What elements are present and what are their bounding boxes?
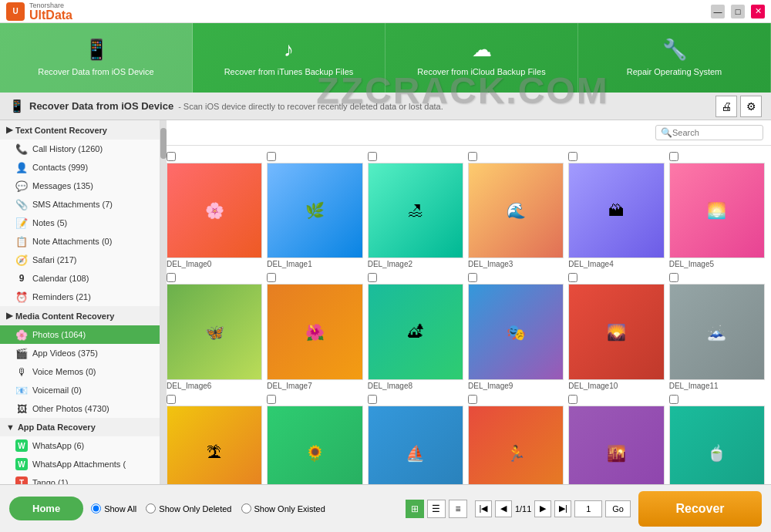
grid-view-button[interactable]: ⊞ bbox=[406, 500, 424, 518]
photo-checkbox-15[interactable] bbox=[468, 395, 477, 404]
photo-item-12[interactable]: 🏝 DEL_Image12 bbox=[167, 395, 262, 484]
close-button[interactable]: ✕ bbox=[751, 5, 765, 19]
photo-item-0[interactable]: 🌸 DEL_Image0 bbox=[167, 152, 262, 268]
sidebar-item-reminders[interactable]: ⏰ Reminders (21) bbox=[0, 288, 160, 306]
prev-page-button[interactable]: ◀ bbox=[495, 500, 512, 517]
search-input[interactable] bbox=[672, 128, 758, 137]
filter-show-deleted-label: Show Only Deleted bbox=[159, 504, 231, 513]
nav-icloud[interactable]: ☁ Recover from iCloud Backup Files bbox=[386, 23, 578, 93]
photo-thumb-12: 🏝 bbox=[167, 406, 262, 484]
nav-itunes[interactable]: ♪ Recover from iTunes Backup Files bbox=[193, 23, 386, 93]
print-button[interactable]: 🖨 bbox=[715, 96, 737, 117]
go-page-button[interactable]: Go bbox=[605, 500, 631, 517]
sidebar-scrollbar-thumb[interactable] bbox=[160, 128, 167, 159]
photo-checkbox-16[interactable] bbox=[568, 395, 577, 404]
recover-button[interactable]: Recover bbox=[638, 491, 762, 527]
sidebar-item-voice-memos[interactable]: 🎙 Voice Memos (0) bbox=[0, 362, 160, 381]
sidebar-item-photos[interactable]: 🌸 Photos (1064) bbox=[0, 325, 160, 344]
next-page-button[interactable]: ▶ bbox=[534, 500, 551, 517]
photo-checkbox-14[interactable] bbox=[368, 395, 377, 404]
footer-area: Home Show All Show Only Deleted Show Onl… bbox=[0, 484, 771, 532]
sidebar-item-notes[interactable]: 📝 Notes (5) bbox=[0, 214, 160, 232]
nav-itunes-label: Recover from iTunes Backup Files bbox=[224, 66, 354, 77]
photo-checkbox-6[interactable] bbox=[167, 273, 176, 282]
photo-check-1 bbox=[267, 152, 276, 161]
home-button[interactable]: Home bbox=[9, 497, 83, 520]
sidebar-item-sms-attachments[interactable]: 📎 SMS Attachments (7) bbox=[0, 195, 160, 214]
sidebar-item-call-history[interactable]: 📞 Call History (1260) bbox=[0, 140, 160, 158]
photo-checkbox-10[interactable] bbox=[568, 273, 577, 282]
photo-label-5: DEL_Image5 bbox=[669, 260, 765, 268]
photo-thumb-1: 🌿 bbox=[267, 163, 362, 258]
photo-item-9[interactable]: 🎭 DEL_Image9 bbox=[468, 273, 564, 389]
photo-checkbox-1[interactable] bbox=[267, 152, 276, 161]
photo-check-13 bbox=[267, 395, 276, 404]
sidebar-item-calendar[interactable]: 9 Calendar (108) bbox=[0, 269, 160, 288]
section-media-content[interactable]: ▶ Media Content Recovery bbox=[0, 306, 160, 325]
photo-item-5[interactable]: 🌅 DEL_Image5 bbox=[669, 152, 765, 268]
photo-checkbox-7[interactable] bbox=[267, 273, 276, 282]
filter-show-existed[interactable]: Show Only Existed bbox=[241, 503, 325, 513]
photo-item-14[interactable]: ⛵ DEL_Image14 bbox=[368, 395, 463, 484]
section-text-content[interactable]: ▶ Text Content Recovery bbox=[0, 120, 160, 140]
settings-button[interactable]: ⚙ bbox=[740, 96, 762, 117]
section-app-data[interactable]: ▼ App Data Recovery bbox=[0, 418, 160, 436]
photo-item-16[interactable]: 🌇 DEL_Image16 bbox=[568, 395, 664, 484]
photo-placeholder-4: 🏔 bbox=[569, 163, 663, 258]
photo-checkbox-2[interactable] bbox=[368, 152, 377, 161]
nav-ios-device[interactable]: 📱 Recover Data from iOS Device bbox=[0, 23, 193, 93]
photo-item-17[interactable]: 🍵 DEL_Image17 bbox=[669, 395, 765, 484]
maximize-button[interactable]: □ bbox=[731, 5, 745, 19]
filter-show-deleted-radio[interactable] bbox=[146, 503, 156, 513]
reminders-icon: ⏰ bbox=[15, 291, 28, 303]
photo-checkbox-8[interactable] bbox=[368, 273, 377, 282]
photo-item-6[interactable]: 🦋 DEL_Image6 bbox=[167, 273, 262, 389]
photo-item-4[interactable]: 🏔 DEL_Image4 bbox=[568, 152, 664, 268]
sidebar-item-note-attachments[interactable]: 📋 Note Attachments (0) bbox=[0, 232, 160, 251]
filter-show-all[interactable]: Show All bbox=[91, 503, 136, 513]
sidebar-item-voicemail[interactable]: 📧 Voicemail (0) bbox=[0, 381, 160, 399]
photo-checkbox-11[interactable] bbox=[669, 273, 678, 282]
filter-show-deleted[interactable]: Show Only Deleted bbox=[146, 503, 231, 513]
photo-label-10: DEL_Image10 bbox=[568, 382, 664, 390]
photo-item-3[interactable]: 🌊 DEL_Image3 bbox=[468, 152, 564, 268]
last-page-button[interactable]: ▶| bbox=[554, 500, 571, 517]
sidebar-item-other-photos[interactable]: 🖼 Other Photos (4730) bbox=[0, 399, 160, 418]
sidebar-item-whatsapp[interactable]: W WhatsApp (6) bbox=[0, 436, 160, 455]
nav-icloud-label: Recover from iCloud Backup Files bbox=[417, 66, 545, 77]
pagination: |◀ ◀ 1/11 ▶ ▶| Go bbox=[475, 500, 631, 517]
notes-label: Notes (5) bbox=[32, 218, 153, 227]
photo-item-13[interactable]: 🌻 DEL_Image13 bbox=[267, 395, 362, 484]
nav-repair[interactable]: 🔧 Repair Operating System bbox=[578, 23, 771, 93]
photo-item-11[interactable]: 🗻 DEL_Image11 bbox=[669, 273, 765, 389]
photo-item-2[interactable]: 🏖 DEL_Image2 bbox=[368, 152, 463, 268]
search-box[interactable]: 🔍 bbox=[655, 125, 763, 140]
list-view-button[interactable]: ☰ bbox=[427, 500, 446, 518]
detail-view-button[interactable]: ≡ bbox=[449, 500, 467, 518]
minimize-button[interactable]: — bbox=[711, 5, 725, 19]
photo-checkbox-5[interactable] bbox=[669, 152, 678, 161]
photo-checkbox-3[interactable] bbox=[468, 152, 477, 161]
page-number-input[interactable] bbox=[574, 500, 602, 517]
sidebar-item-app-videos[interactable]: 🎬 App Videos (375) bbox=[0, 344, 160, 362]
sidebar-item-contacts[interactable]: 👤 Contacts (999) bbox=[0, 158, 160, 177]
first-page-button[interactable]: |◀ bbox=[475, 500, 492, 517]
photo-checkbox-17[interactable] bbox=[669, 395, 678, 404]
photo-item-10[interactable]: 🌄 DEL_Image10 bbox=[568, 273, 664, 389]
filter-show-all-radio[interactable] bbox=[91, 503, 101, 513]
photo-checkbox-13[interactable] bbox=[267, 395, 276, 404]
filter-show-existed-radio[interactable] bbox=[241, 503, 251, 513]
photo-checkbox-0[interactable] bbox=[167, 152, 176, 161]
photo-checkbox-12[interactable] bbox=[167, 395, 176, 404]
sidebar-item-safari[interactable]: 🧭 Safari (217) bbox=[0, 251, 160, 269]
photo-item-7[interactable]: 🌺 DEL_Image7 bbox=[267, 273, 362, 389]
sidebar-wrapper: ▶ Text Content Recovery 📞 Call History (… bbox=[0, 120, 160, 484]
photo-checkbox-9[interactable] bbox=[468, 273, 477, 282]
sidebar-item-tango[interactable]: T Tango (1) bbox=[0, 473, 160, 484]
sidebar-item-messages[interactable]: 💬 Messages (135) bbox=[0, 177, 160, 195]
photo-checkbox-4[interactable] bbox=[568, 152, 577, 161]
photo-item-1[interactable]: 🌿 DEL_Image1 bbox=[267, 152, 362, 268]
photo-item-8[interactable]: 🏕 DEL_Image8 bbox=[368, 273, 463, 389]
sidebar-item-whatsapp-attach[interactable]: W WhatsApp Attachments ( bbox=[0, 455, 160, 473]
photo-item-15[interactable]: 🏃 DEL_Image15 bbox=[468, 395, 564, 484]
